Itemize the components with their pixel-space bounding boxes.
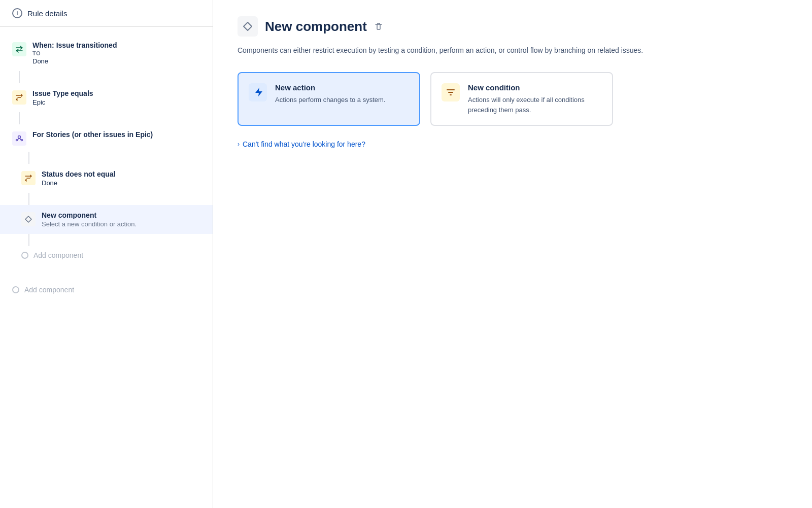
- svg-point-0: [18, 136, 21, 139]
- condition-filter-icon: [442, 83, 460, 101]
- info-icon: i: [12, 8, 22, 18]
- sidebar-item-issue-type-equals[interactable]: Issue Type equals Epic: [0, 83, 213, 112]
- main-header: New component: [238, 16, 788, 37]
- connector-3: [28, 152, 29, 164]
- when-issue-title: When: Issue transitioned: [32, 41, 117, 49]
- issue-type-subtitle: Epic: [32, 98, 93, 106]
- status-title: Status does not equal: [42, 170, 115, 178]
- sidebar-item-when-issue-transitioned[interactable]: When: Issue transitioned TO Done: [0, 35, 213, 71]
- spacer: [0, 264, 213, 281]
- when-issue-subtitle-value: Done: [32, 57, 117, 65]
- delete-icon[interactable]: [374, 22, 383, 31]
- connector-1: [19, 71, 20, 83]
- add-component-indented[interactable]: Add component: [0, 246, 213, 264]
- for-stories-title: For Stories (or other issues in Epic): [32, 130, 153, 139]
- sidebar-items-list: When: Issue transitioned TO Done Issue T…: [0, 27, 213, 307]
- sidebar-item-status-not-equal[interactable]: Status does not equal Done: [0, 164, 213, 193]
- when-issue-icon: [12, 42, 26, 56]
- sidebar-rule-details-item[interactable]: i Rule details: [0, 0, 213, 27]
- for-stories-icon: [12, 131, 26, 146]
- chevron-right-icon: ›: [238, 141, 240, 148]
- issue-type-icon: [12, 90, 26, 105]
- connector-2: [19, 112, 20, 124]
- issue-type-title: Issue Type equals: [32, 89, 93, 97]
- new-component-title: New component: [42, 211, 137, 219]
- sidebar: i Rule details When: Issue transitioned …: [0, 0, 213, 508]
- connector-5: [28, 234, 29, 246]
- issue-type-content: Issue Type equals Epic: [32, 89, 93, 106]
- status-subtitle: Done: [42, 179, 115, 187]
- action-bolt-icon: [249, 83, 267, 101]
- new-component-content: New component Select a new condition or …: [42, 211, 137, 228]
- new-condition-text: New condition Actions will only execute …: [468, 83, 602, 115]
- add-dot-1: [21, 252, 28, 259]
- status-content: Status does not equal Done: [42, 170, 115, 187]
- when-issue-content: When: Issue transitioned TO Done: [32, 41, 117, 65]
- new-action-text: New action Actions perform changes to a …: [275, 83, 385, 105]
- add-dot-2: [12, 286, 19, 293]
- main-description: Components can either restrict execution…: [238, 45, 654, 56]
- new-condition-card[interactable]: New condition Actions will only execute …: [430, 72, 613, 126]
- rule-details-label: Rule details: [27, 9, 67, 18]
- add-component-root[interactable]: Add component: [0, 281, 213, 299]
- svg-point-1: [16, 140, 18, 141]
- add-component-label-2: Add component: [24, 286, 74, 294]
- when-issue-subtitle-label: TO: [32, 50, 117, 56]
- header-diamond-icon: [238, 16, 258, 37]
- new-action-title: New action: [275, 83, 385, 92]
- connector-4: [28, 193, 29, 205]
- component-cards-row: New action Actions perform changes to a …: [238, 72, 788, 126]
- for-stories-content: For Stories (or other issues in Epic): [32, 130, 153, 139]
- sidebar-item-new-component[interactable]: New component Select a new condition or …: [0, 205, 213, 234]
- new-action-card[interactable]: New action Actions perform changes to a …: [238, 72, 420, 126]
- new-condition-title: New condition: [468, 83, 602, 92]
- new-action-desc: Actions perform changes to a system.: [275, 95, 385, 105]
- svg-point-2: [21, 140, 23, 141]
- new-component-subtitle: Select a new condition or action.: [42, 220, 137, 228]
- main-content: New component Components can either rest…: [213, 0, 812, 508]
- new-component-icon: [21, 212, 36, 226]
- sidebar-item-for-stories[interactable]: For Stories (or other issues in Epic): [0, 124, 213, 152]
- new-condition-desc: Actions will only execute if all conditi…: [468, 95, 602, 115]
- status-icon: [21, 171, 36, 185]
- cant-find-link[interactable]: › Can't find what you're looking for her…: [238, 140, 788, 148]
- add-component-label-1: Add component: [33, 251, 83, 259]
- page-title: New component: [265, 19, 367, 35]
- cant-find-label: Can't find what you're looking for here?: [243, 140, 365, 148]
